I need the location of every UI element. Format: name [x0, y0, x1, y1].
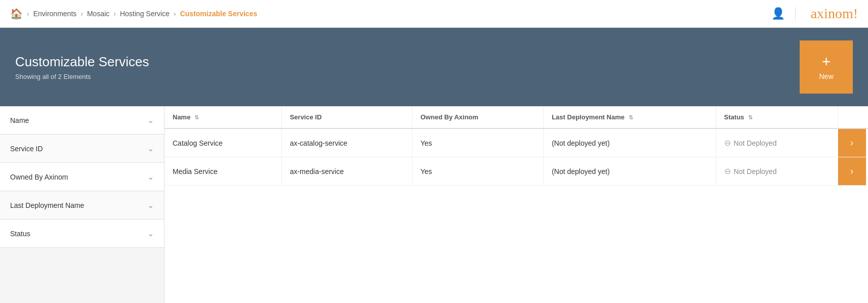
page-header-text: Customizable Services Showing all of 2 E…	[15, 54, 149, 80]
row2-navigate-button[interactable]: ›	[838, 157, 866, 185]
user-icon[interactable]: 👤	[771, 7, 785, 20]
row1-name: Catalog Service	[164, 128, 281, 157]
separator-1: ›	[27, 10, 29, 18]
chevron-down-icon-name: ⌄	[147, 115, 154, 125]
brand-logo: axinom!	[806, 6, 858, 22]
filter-name-label: Name	[10, 116, 29, 124]
sort-icon-deployment: ⇅	[629, 114, 633, 121]
separator-3: ›	[113, 10, 116, 18]
services-table: Name ⇅ Service ID Owned By Axinom Last D…	[164, 106, 868, 186]
filter-name[interactable]: Name ⌄	[0, 106, 164, 135]
col-header-status[interactable]: Status ⇅	[716, 106, 838, 128]
not-deployed-icon-2: ⊖	[724, 166, 731, 176]
chevron-down-icon-status: ⌄	[147, 229, 154, 238]
row1-status: ⊖ Not Deployed	[716, 128, 838, 157]
nav-right: 👤 axinom!	[771, 6, 858, 22]
row1-deployment: (Not deployed yet)	[544, 128, 716, 157]
breadcrumb: 🏠 › Environments › Mosaic › Hosting Serv…	[10, 8, 771, 20]
filter-service-id[interactable]: Service ID ⌄	[0, 135, 164, 163]
top-navigation: 🏠 › Environments › Mosaic › Hosting Serv…	[0, 0, 868, 28]
plus-icon: +	[822, 54, 831, 69]
row2-owned: Yes	[412, 157, 543, 186]
sort-icon-status: ⇅	[748, 114, 753, 121]
chevron-down-icon-deployment: ⌄	[147, 200, 154, 210]
col-header-action	[838, 106, 868, 128]
breadcrumb-hosting-service[interactable]: Hosting Service	[120, 10, 170, 18]
table-row: Media Service ax-media-service Yes (Not …	[164, 157, 868, 186]
filter-last-deployment[interactable]: Last Deployment Name ⌄	[0, 191, 164, 220]
row2-name: Media Service	[164, 157, 281, 186]
filter-deployment-label: Last Deployment Name	[10, 201, 84, 209]
filter-service-id-label: Service ID	[10, 145, 43, 153]
table-row: Catalog Service ax-catalog-service Yes (…	[164, 128, 868, 157]
table-header-row: Name ⇅ Service ID Owned By Axinom Last D…	[164, 106, 868, 128]
filter-owned-by-axinom[interactable]: Owned By Axinom ⌄	[0, 163, 164, 191]
status-text-1: Not Deployed	[734, 139, 777, 147]
row2-action: ›	[838, 157, 868, 186]
page-title: Customizable Services	[15, 54, 149, 70]
not-deployed-icon-1: ⊖	[724, 138, 731, 148]
page-subtitle: Showing all of 2 Elements	[15, 73, 149, 80]
row2-service-id: ax-media-service	[281, 157, 412, 186]
row2-status: ⊖ Not Deployed	[716, 157, 838, 186]
breadcrumb-current: Customizable Services	[180, 10, 258, 18]
row1-service-id: ax-catalog-service	[281, 128, 412, 157]
page-header: Customizable Services Showing all of 2 E…	[0, 28, 868, 106]
row1-navigate-button[interactable]: ›	[838, 129, 866, 157]
home-icon[interactable]: 🏠	[10, 8, 23, 20]
new-button-label: New	[819, 72, 833, 80]
row2-deployment: (Not deployed yet)	[544, 157, 716, 186]
col-header-owned: Owned By Axinom	[412, 106, 543, 128]
status-text-2: Not Deployed	[734, 167, 777, 176]
col-header-name[interactable]: Name ⇅	[164, 106, 281, 128]
content-area: Name ⌄ Service ID ⌄ Owned By Axinom ⌄ La…	[0, 106, 868, 303]
sidebar-filters: Name ⌄ Service ID ⌄ Owned By Axinom ⌄ La…	[0, 106, 164, 303]
chevron-down-icon-service-id: ⌄	[147, 144, 154, 153]
main-content: Name ⇅ Service ID Owned By Axinom Last D…	[164, 106, 868, 303]
breadcrumb-environments[interactable]: Environments	[33, 10, 77, 18]
filter-owned-label: Owned By Axinom	[10, 173, 68, 181]
filter-status-label: Status	[10, 230, 30, 238]
col-header-deployment[interactable]: Last Deployment Name ⇅	[544, 106, 716, 128]
filter-status[interactable]: Status ⌄	[0, 220, 164, 248]
breadcrumb-mosaic[interactable]: Mosaic	[87, 10, 109, 18]
sort-icon-name: ⇅	[194, 114, 199, 121]
separator-4: ›	[174, 10, 176, 18]
col-header-service-id: Service ID	[281, 106, 412, 128]
chevron-down-icon-owned: ⌄	[147, 172, 154, 182]
row1-owned: Yes	[412, 128, 543, 157]
new-button[interactable]: + New	[800, 40, 853, 94]
separator-2: ›	[80, 10, 83, 18]
row1-action: ›	[838, 128, 868, 157]
user-icon-wrap: 👤	[771, 7, 796, 20]
